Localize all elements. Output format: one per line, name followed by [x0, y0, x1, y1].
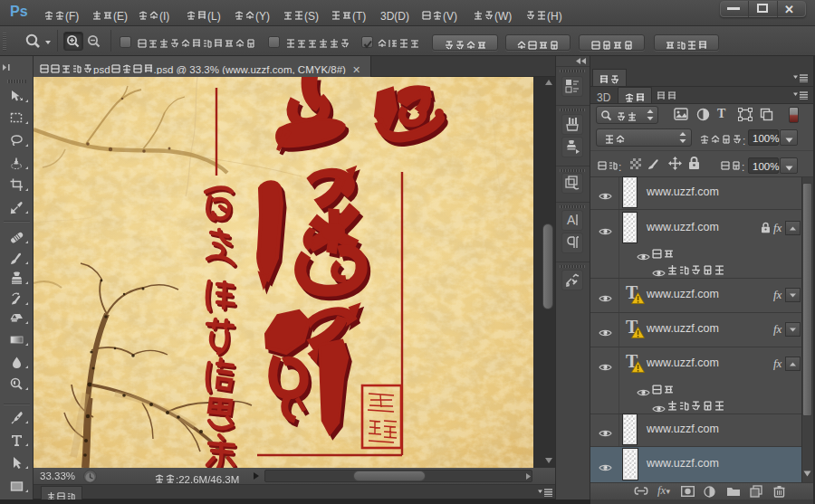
svg-text:A: A — [567, 213, 576, 227]
